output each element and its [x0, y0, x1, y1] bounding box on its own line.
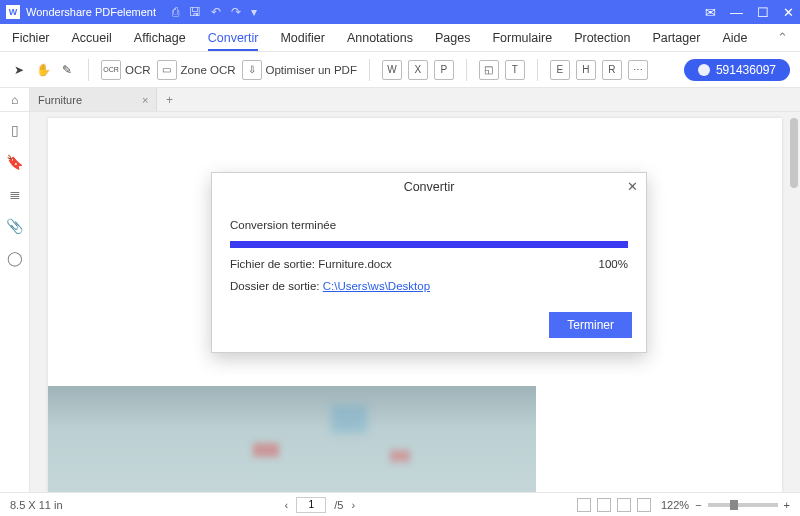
app-title: Wondershare PDFelement [26, 6, 156, 18]
zoom-out-icon[interactable]: − [695, 499, 701, 511]
close-window-icon[interactable]: ✕ [783, 5, 794, 20]
mail-icon[interactable]: ✉ [705, 5, 716, 20]
page-size-label: 8.5 X 11 in [10, 499, 63, 511]
menu-affichage[interactable]: Affichage [134, 31, 186, 45]
ribbon-toolbar: ➤ ✋ ✎ OCR OCR ▭ Zone OCR ⇩ Optimiser un … [0, 52, 800, 88]
statusbar: 8.5 X 11 in ‹ /5 › 122% − + [0, 492, 800, 516]
zone-ocr-icon: ▭ [157, 60, 177, 80]
ocr-button[interactable]: OCR OCR [101, 60, 151, 80]
print-icon[interactable]: ⎙ [172, 5, 179, 19]
zone-ocr-button[interactable]: ▭ Zone OCR [157, 60, 236, 80]
menu-annotations[interactable]: Annotations [347, 31, 413, 45]
menu-modifier[interactable]: Modifier [280, 31, 324, 45]
document-tab-label: Furniture [38, 94, 82, 106]
prev-page-icon[interactable]: ‹ [285, 499, 289, 511]
view-single-icon[interactable] [577, 498, 591, 512]
output-folder-link[interactable]: C:\Users\ws\Desktop [323, 280, 430, 292]
dialog-titlebar: Convertir ✕ [212, 173, 646, 201]
menu-protection[interactable]: Protection [574, 31, 630, 45]
to-text-icon[interactable]: T [505, 60, 525, 80]
to-image-icon[interactable]: ◱ [479, 60, 499, 80]
avatar-icon [698, 64, 710, 76]
home-tab-icon[interactable]: ⌂ [0, 88, 30, 111]
view-mode-group [577, 498, 651, 512]
page-number-input[interactable] [296, 497, 326, 513]
output-folder-label: Dossier de sortie: [230, 280, 319, 292]
zoom-slider[interactable] [708, 503, 778, 507]
output-file-value: Furniture.docx [318, 258, 392, 270]
document-tab[interactable]: Furniture × [30, 88, 157, 111]
quick-access-toolbar: ⎙ 🖫 ↶ ↷ ▾ [172, 5, 257, 19]
menubar: Fichier Accueil Affichage Convertir Modi… [0, 24, 800, 52]
window-controls: ✉ — ☐ ✕ [705, 5, 794, 20]
redo-icon[interactable]: ↷ [231, 5, 241, 19]
conversion-status: Conversion terminée [230, 219, 628, 231]
next-page-icon[interactable]: › [351, 499, 355, 511]
dialog-close-icon[interactable]: ✕ [627, 179, 638, 194]
bookmarks-icon[interactable]: 🔖 [6, 154, 23, 170]
to-word-icon[interactable]: W [382, 60, 402, 80]
maximize-icon[interactable]: ☐ [757, 5, 769, 20]
save-icon[interactable]: 🖫 [189, 5, 201, 19]
edit-tool-icon[interactable]: ✎ [58, 61, 76, 79]
vertical-scrollbar[interactable] [790, 118, 798, 188]
view-two-page-icon[interactable] [617, 498, 631, 512]
to-html-icon[interactable]: H [576, 60, 596, 80]
page-total: /5 [334, 499, 343, 511]
attachments-icon[interactable]: 📎 [6, 218, 23, 234]
view-continuous-icon[interactable] [597, 498, 611, 512]
tab-close-icon[interactable]: × [142, 94, 148, 106]
to-epub-icon[interactable]: E [550, 60, 570, 80]
progress-percent: 100% [599, 258, 628, 270]
to-other-icon[interactable]: ⋯ [628, 60, 648, 80]
account-pill[interactable]: 591436097 [684, 59, 790, 81]
undo-icon[interactable]: ↶ [211, 5, 221, 19]
zone-ocr-label: Zone OCR [181, 64, 236, 76]
optimize-label: Optimiser un PDF [266, 64, 357, 76]
menu-partager[interactable]: Partager [652, 31, 700, 45]
progress-bar [230, 241, 628, 248]
account-id: 591436097 [716, 63, 776, 77]
left-sidebar: ▯ 🔖 ≣ 📎 ◯ [0, 112, 30, 492]
output-file-label: Fichier de sortie: [230, 258, 315, 270]
zoom-controls: 122% − + [661, 499, 790, 511]
page-image-content [48, 386, 536, 492]
search-panel-icon[interactable]: ◯ [7, 250, 23, 266]
menu-pages[interactable]: Pages [435, 31, 470, 45]
minimize-icon[interactable]: — [730, 5, 743, 20]
select-tool-icon[interactable]: ➤ [10, 61, 28, 79]
menu-aide[interactable]: Aide [722, 31, 747, 45]
ocr-icon: OCR [101, 60, 121, 80]
to-excel-icon[interactable]: X [408, 60, 428, 80]
app-logo-icon: W [6, 5, 20, 19]
ribbon-collapse-icon[interactable]: ⌃ [777, 30, 788, 45]
document-tabs: ⌂ Furniture × + [0, 88, 800, 112]
to-ppt-icon[interactable]: P [434, 60, 454, 80]
new-tab-icon[interactable]: + [157, 88, 181, 111]
dialog-title: Convertir [404, 180, 455, 194]
thumbnails-icon[interactable]: ▯ [11, 122, 19, 138]
zoom-in-icon[interactable]: + [784, 499, 790, 511]
optimize-icon: ⇩ [242, 60, 262, 80]
convert-dialog: Convertir ✕ Conversion terminée Fichier … [211, 172, 647, 353]
menu-convertir[interactable]: Convertir [208, 31, 259, 51]
zoom-value: 122% [661, 499, 689, 511]
ocr-label: OCR [125, 64, 151, 76]
titlebar: W Wondershare PDFelement ⎙ 🖫 ↶ ↷ ▾ ✉ — ☐… [0, 0, 800, 24]
hand-tool-icon[interactable]: ✋ [34, 61, 52, 79]
view-two-continuous-icon[interactable] [637, 498, 651, 512]
finish-button[interactable]: Terminer [549, 312, 632, 338]
menu-formulaire[interactable]: Formulaire [492, 31, 552, 45]
menu-fichier[interactable]: Fichier [12, 31, 50, 45]
qat-dropdown-icon[interactable]: ▾ [251, 5, 257, 19]
comments-icon[interactable]: ≣ [9, 186, 21, 202]
menu-accueil[interactable]: Accueil [72, 31, 112, 45]
to-rtf-icon[interactable]: R [602, 60, 622, 80]
optimize-pdf-button[interactable]: ⇩ Optimiser un PDF [242, 60, 357, 80]
output-file-line: Fichier de sortie: Furniture.docx [230, 258, 392, 270]
